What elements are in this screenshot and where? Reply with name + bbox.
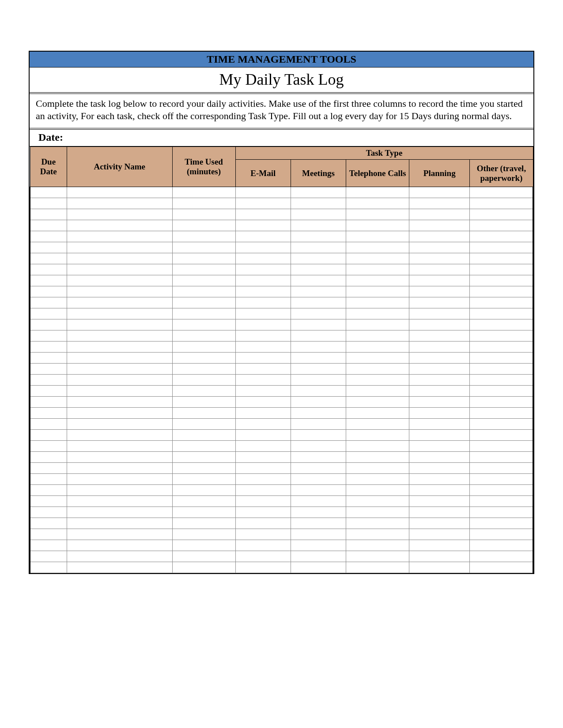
table-cell[interactable] [235, 231, 291, 242]
table-cell[interactable] [291, 507, 346, 518]
table-cell[interactable] [235, 220, 291, 231]
table-cell[interactable] [235, 529, 291, 540]
table-cell[interactable] [172, 463, 235, 474]
table-cell[interactable] [172, 341, 235, 353]
table-cell[interactable] [291, 441, 346, 452]
table-cell[interactable] [30, 518, 67, 529]
table-cell[interactable] [346, 198, 409, 209]
table-cell[interactable] [30, 496, 67, 507]
table-cell[interactable] [235, 308, 291, 319]
table-cell[interactable] [172, 242, 235, 253]
table-cell[interactable] [346, 330, 409, 341]
table-cell[interactable] [30, 242, 67, 253]
table-cell[interactable] [409, 275, 470, 286]
table-cell[interactable] [409, 463, 470, 474]
table-cell[interactable] [470, 242, 533, 253]
table-cell[interactable] [346, 430, 409, 441]
table-cell[interactable] [172, 220, 235, 231]
table-cell[interactable] [470, 319, 533, 330]
table-cell[interactable] [291, 463, 346, 474]
table-cell[interactable] [409, 562, 470, 573]
table-cell[interactable] [172, 430, 235, 441]
table-cell[interactable] [67, 330, 172, 341]
table-cell[interactable] [172, 551, 235, 562]
table-cell[interactable] [235, 209, 291, 220]
table-cell[interactable] [30, 485, 67, 496]
table-cell[interactable] [30, 386, 67, 397]
table-cell[interactable] [30, 275, 67, 286]
table-cell[interactable] [291, 253, 346, 264]
table-cell[interactable] [470, 540, 533, 551]
table-cell[interactable] [470, 264, 533, 275]
table-cell[interactable] [470, 518, 533, 529]
table-cell[interactable] [291, 286, 346, 297]
table-cell[interactable] [346, 419, 409, 430]
table-cell[interactable] [409, 551, 470, 562]
table-cell[interactable] [172, 562, 235, 573]
table-cell[interactable] [235, 297, 291, 308]
table-cell[interactable] [67, 529, 172, 540]
table-cell[interactable] [30, 507, 67, 518]
table-cell[interactable] [30, 209, 67, 220]
table-cell[interactable] [67, 220, 172, 231]
table-cell[interactable] [470, 275, 533, 286]
table-cell[interactable] [235, 375, 291, 386]
table-cell[interactable] [67, 364, 172, 375]
table-cell[interactable] [291, 452, 346, 463]
table-cell[interactable] [172, 485, 235, 496]
table-cell[interactable] [235, 286, 291, 297]
table-cell[interactable] [235, 518, 291, 529]
table-cell[interactable] [67, 286, 172, 297]
table-cell[interactable] [409, 507, 470, 518]
table-cell[interactable] [30, 308, 67, 319]
table-cell[interactable] [346, 319, 409, 330]
table-cell[interactable] [346, 507, 409, 518]
table-cell[interactable] [30, 551, 67, 562]
table-cell[interactable] [291, 375, 346, 386]
table-cell[interactable] [172, 518, 235, 529]
table-cell[interactable] [346, 441, 409, 452]
table-cell[interactable] [291, 209, 346, 220]
table-cell[interactable] [30, 341, 67, 353]
table-cell[interactable] [67, 551, 172, 562]
table-cell[interactable] [291, 397, 346, 408]
table-cell[interactable] [346, 364, 409, 375]
table-cell[interactable] [67, 209, 172, 220]
table-cell[interactable] [67, 408, 172, 419]
table-cell[interactable] [409, 231, 470, 242]
table-cell[interactable] [291, 220, 346, 231]
table-cell[interactable] [172, 364, 235, 375]
table-cell[interactable] [235, 485, 291, 496]
table-cell[interactable] [67, 297, 172, 308]
table-cell[interactable] [67, 253, 172, 264]
table-cell[interactable] [172, 330, 235, 341]
table-cell[interactable] [30, 463, 67, 474]
table-cell[interactable] [235, 463, 291, 474]
table-cell[interactable] [291, 353, 346, 364]
table-cell[interactable] [30, 562, 67, 573]
table-cell[interactable] [30, 397, 67, 408]
table-cell[interactable] [172, 507, 235, 518]
table-cell[interactable] [67, 474, 172, 485]
table-cell[interactable] [172, 286, 235, 297]
table-cell[interactable] [409, 441, 470, 452]
table-cell[interactable] [235, 452, 291, 463]
table-cell[interactable] [470, 496, 533, 507]
table-cell[interactable] [409, 474, 470, 485]
table-cell[interactable] [235, 430, 291, 441]
table-cell[interactable] [30, 286, 67, 297]
table-cell[interactable] [291, 485, 346, 496]
table-cell[interactable] [30, 474, 67, 485]
table-cell[interactable] [30, 452, 67, 463]
table-cell[interactable] [30, 330, 67, 341]
table-cell[interactable] [346, 286, 409, 297]
table-cell[interactable] [172, 231, 235, 242]
table-cell[interactable] [235, 198, 291, 209]
table-cell[interactable] [409, 286, 470, 297]
table-cell[interactable] [235, 253, 291, 264]
table-cell[interactable] [172, 441, 235, 452]
table-cell[interactable] [172, 264, 235, 275]
table-cell[interactable] [30, 419, 67, 430]
table-cell[interactable] [235, 419, 291, 430]
table-cell[interactable] [172, 308, 235, 319]
